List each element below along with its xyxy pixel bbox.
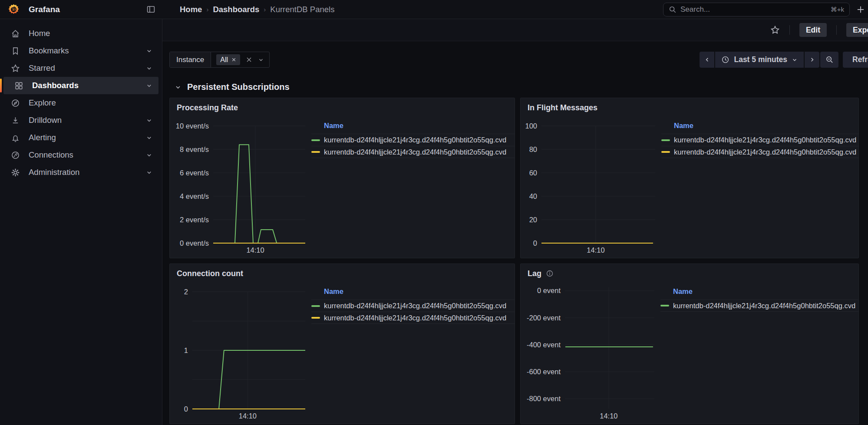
chevron-down-icon[interactable]: [146, 152, 152, 158]
breadcrumb-separator-icon: ›: [264, 6, 266, 13]
sidebar-item-drilldown[interactable]: Drilldown: [0, 112, 158, 129]
svg-text:4 event/s: 4 event/s: [180, 192, 209, 200]
dashboard-canvas: Instance All: [162, 41, 868, 425]
sidebar-item-alerting[interactable]: Alerting: [0, 129, 158, 146]
chevron-down-icon: [175, 84, 182, 91]
sidebar-item-starred[interactable]: Starred: [0, 59, 158, 77]
top-nav: Grafana Home › Dashboards › KurrentDB Pa…: [0, 0, 868, 19]
bell-icon: [11, 133, 20, 142]
zoom-out-button[interactable]: [820, 52, 838, 68]
favorite-star-icon[interactable]: [770, 25, 780, 35]
svg-text:-400 event: -400 event: [527, 341, 561, 349]
sidebar-item-label: Dashboards: [32, 81, 79, 90]
chevron-down-icon[interactable]: [146, 82, 152, 89]
svg-text:20: 20: [529, 216, 537, 224]
svg-text:0 event/s: 0 event/s: [180, 239, 209, 247]
time-controls: Last 5 minutes: [700, 52, 868, 68]
refresh-button[interactable]: Refresh: [843, 52, 868, 68]
filter-chip-all[interactable]: All: [216, 54, 240, 65]
sidebar-item-administration[interactable]: Administration: [0, 164, 158, 181]
svg-text:14:10: 14:10: [600, 412, 617, 420]
section-persistent-subscriptions[interactable]: Persistent Subscriptions: [175, 82, 868, 92]
svg-text:6 event/s: 6 event/s: [180, 169, 209, 177]
legend-column-name[interactable]: Name: [311, 122, 515, 130]
series-color-dash[interactable]: [661, 151, 670, 153]
legend-column-name[interactable]: Name: [660, 287, 858, 296]
filter-value-area[interactable]: All: [211, 52, 269, 67]
timeseries-chart: 10 event/s8 event/s6 event/s4 event/s2 e…: [170, 117, 309, 258]
filter-clear-icon[interactable]: [246, 56, 252, 63]
chip-remove-icon[interactable]: [231, 57, 236, 62]
series-color-dash[interactable]: [311, 305, 320, 307]
series-name[interactable]: kurrentdb-d24f4hljjcle21j4r3cg.d24f4h5g0…: [324, 136, 506, 144]
legend-row: kurrentdb-d24f4hljjcle21j4r3cg.d24f4h5g0…: [311, 300, 515, 312]
legend-row: kurrentdb-d24f4hljjcle21j4r3cg.d24f4h5g0…: [661, 146, 858, 158]
series-name[interactable]: kurrentdb-d24f4hljjcle21j4r3cg.d24f4h5g0…: [674, 148, 856, 156]
legend: Name kurrentdb-d24f4hljjcle21j4r3cg.d24f…: [309, 283, 515, 424]
panel-lag: Lag 0 event-200 event-400 event-600 even…: [520, 264, 859, 424]
panel-in-flight-messages: In Flight Messages 10080604020014:10 Nam…: [520, 98, 859, 258]
series-color-dash[interactable]: [660, 305, 669, 306]
time-forward-button[interactable]: [805, 52, 819, 68]
dock-sidebar-icon[interactable]: [146, 5, 155, 14]
svg-text:14:10: 14:10: [246, 246, 264, 254]
filter-chip-label: All: [220, 56, 228, 64]
series-name[interactable]: kurrentdb-d24f4hljjcle21j4r3cg.d24f4h5g0…: [673, 302, 855, 310]
svg-text:10 event/s: 10 event/s: [176, 122, 209, 130]
breadcrumb: Home › Dashboards › KurrentDB Panels: [180, 5, 334, 14]
sidebar-item-explore[interactable]: Explore: [0, 94, 158, 112]
grafana-logo-icon[interactable]: [8, 3, 20, 15]
brand-name: Grafana: [29, 5, 60, 14]
legend-column-name[interactable]: Name: [661, 122, 858, 130]
panel-row-1: Processing Rate 10 event/s8 event/s6 eve…: [169, 98, 868, 258]
sidebar-item-connections[interactable]: Connections: [0, 146, 158, 164]
breadcrumb-home[interactable]: Home: [180, 5, 202, 14]
panel-header[interactable]: Connection count: [170, 264, 515, 283]
chevron-down-icon[interactable]: [146, 135, 152, 141]
toolbar-divider: [789, 25, 790, 35]
time-range-button[interactable]: Last 5 minutes: [715, 52, 804, 68]
breadcrumb-dashboards[interactable]: Dashboards: [213, 5, 259, 14]
edit-button[interactable]: Edit: [799, 23, 827, 37]
gear-icon: [11, 168, 20, 177]
chevron-down-icon[interactable]: [146, 48, 152, 54]
info-icon[interactable]: [546, 270, 554, 277]
legend-row: kurrentdb-d24f4hljjcle21j4r3cg.d24f4h5g0…: [311, 312, 515, 324]
filter-caret-icon[interactable]: [258, 57, 264, 63]
home-icon: [11, 29, 20, 38]
chevron-down-icon[interactable]: [146, 117, 152, 124]
series-name[interactable]: kurrentdb-d24f4hljjcle21j4r3cg.d24f4h5g0…: [324, 314, 506, 322]
panel-header[interactable]: Lag: [521, 264, 858, 283]
series-name[interactable]: kurrentdb-d24f4hljjcle21j4r3cg.d24f4h5g0…: [324, 302, 506, 310]
sidebar-item-label: Alerting: [29, 133, 56, 142]
chevron-down-icon[interactable]: [146, 169, 152, 176]
filter-label[interactable]: Instance: [170, 52, 211, 67]
series-color-dash[interactable]: [311, 317, 320, 319]
legend-column-name[interactable]: Name: [311, 287, 515, 296]
sidebar-item-dashboards[interactable]: Dashboards: [3, 77, 158, 94]
breadcrumb-current: KurrentDB Panels: [270, 5, 334, 14]
dashboards-grid-icon: [14, 81, 24, 90]
sidebar-item-home[interactable]: Home: [0, 25, 158, 42]
sidebar-item-bookmarks[interactable]: Bookmarks: [0, 42, 158, 59]
panel-header[interactable]: Processing Rate: [170, 98, 515, 117]
toolbar-divider: [836, 25, 837, 35]
search-input[interactable]: Search... ⌘+k: [663, 3, 850, 16]
series-name[interactable]: kurrentdb-d24f4hljjcle21j4r3cg.d24f4h5g0…: [674, 136, 856, 144]
panel-body: 10080604020014:10 Name kurrentdb-d24f4hl…: [521, 117, 858, 258]
svg-text:-200 event: -200 event: [527, 314, 561, 322]
export-button[interactable]: Export: [846, 23, 868, 37]
add-icon[interactable]: [856, 5, 865, 14]
series-color-dash[interactable]: [661, 139, 670, 141]
chevron-down-icon[interactable]: [146, 65, 152, 72]
panel-header[interactable]: In Flight Messages: [521, 98, 858, 117]
legend-row: kurrentdb-d24f4hljjcle21j4r3cg.d24f4h5g0…: [660, 300, 858, 312]
timeseries-chart: 0 event-200 event-400 event-600 event-80…: [521, 283, 658, 424]
series-color-dash[interactable]: [311, 151, 320, 153]
legend-row: kurrentdb-d24f4hljjcle21j4r3cg.d24f4h5g0…: [311, 146, 515, 158]
time-back-button[interactable]: [700, 52, 714, 68]
sidebar-item-label: Connections: [29, 150, 73, 160]
topnav-right: Search... ⌘+k: [663, 3, 868, 16]
series-name[interactable]: kurrentdb-d24f4hljjcle21j4r3cg.d24f4h5g0…: [324, 148, 506, 156]
series-color-dash[interactable]: [311, 139, 320, 141]
